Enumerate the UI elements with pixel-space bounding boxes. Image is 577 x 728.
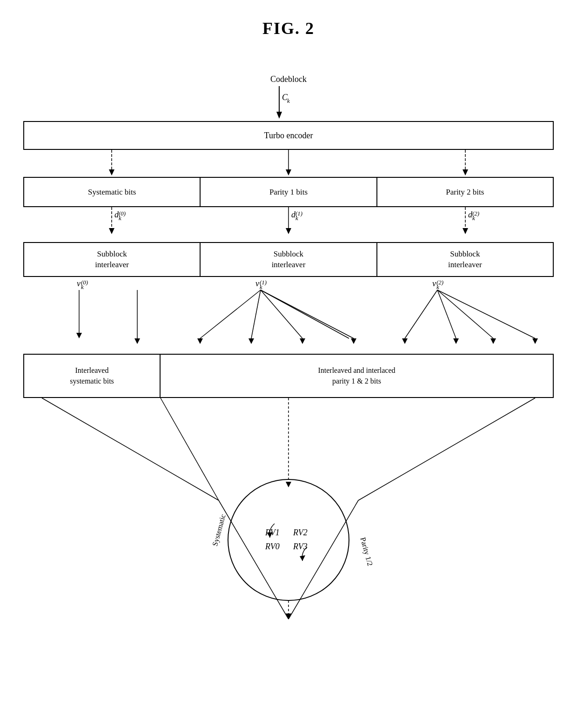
svg-marker-59 [286, 482, 291, 487]
svg-line-56 [358, 398, 535, 500]
svg-marker-21 [463, 228, 468, 234]
svg-line-72 [288, 500, 358, 619]
svg-marker-39 [197, 338, 203, 344]
codeblock-label: Codeblock [270, 74, 307, 84]
turbo-encoder-box: Turbo encoder [23, 121, 554, 150]
svg-text:v: v [77, 279, 81, 288]
svg-text:Systematic: Systematic [211, 513, 228, 547]
svg-marker-9 [463, 169, 468, 175]
svg-text:k: k [436, 283, 439, 290]
svg-marker-45 [351, 338, 356, 344]
svg-marker-47 [402, 338, 408, 344]
svg-line-57 [161, 398, 219, 500]
svg-text:k: k [295, 215, 298, 222]
svg-marker-41 [248, 338, 254, 344]
svg-marker-11 [109, 228, 114, 234]
svg-text:k: k [119, 215, 121, 222]
systematic-bits-box: Systematic bits [23, 177, 201, 207]
interleaved-parity-bits-box: Interleaved and interlaced parity 1 & 2 … [161, 354, 554, 398]
svg-marker-49 [453, 338, 459, 344]
svg-line-46 [405, 290, 437, 338]
svg-text:RV2: RV2 [293, 528, 308, 537]
svg-text:k: k [472, 215, 475, 222]
svg-marker-7 [286, 169, 291, 175]
svg-text:v: v [255, 279, 259, 288]
svg-text:v: v [432, 279, 436, 288]
svg-line-50 [437, 290, 493, 338]
svg-marker-16 [286, 228, 291, 234]
svg-line-71 [219, 500, 288, 619]
svg-line-40 [251, 290, 261, 338]
subblock-interleaver-2: Subblock interleaver [201, 242, 377, 277]
svg-line-55 [42, 398, 219, 500]
parity1-bits-box: Parity 1 bits [201, 177, 377, 207]
svg-marker-5 [109, 169, 114, 175]
svg-line-52 [437, 290, 535, 338]
svg-line-38 [200, 290, 261, 338]
svg-text:k: k [81, 283, 84, 290]
svg-marker-66 [300, 555, 305, 561]
svg-marker-1 [276, 112, 282, 119]
svg-text:Parity 1/2: Parity 1/2 [359, 536, 375, 566]
svg-line-48 [437, 290, 456, 338]
svg-text:RV0: RV0 [265, 542, 280, 551]
svg-text:k: k [260, 283, 262, 290]
interleaved-systematic-bits-box: Interleaved systematic bits [23, 354, 161, 398]
svg-text:RV3: RV3 [293, 542, 308, 551]
svg-marker-53 [532, 338, 538, 344]
subblock-interleaver-1: Subblock interleaver [23, 242, 201, 277]
parity2-bits-box: Parity 2 bits [377, 177, 554, 207]
svg-line-54 [261, 290, 349, 338]
svg-marker-29 [76, 333, 82, 338]
subblock-interleaver-3: Subblock interleaver [377, 242, 554, 277]
svg-text:k: k [287, 97, 290, 104]
svg-marker-51 [490, 338, 496, 344]
svg-marker-43 [300, 338, 305, 344]
svg-marker-37 [134, 338, 140, 344]
svg-line-42 [261, 290, 302, 338]
svg-point-60 [228, 479, 349, 600]
page-title: FIG. 2 [0, 0, 577, 38]
